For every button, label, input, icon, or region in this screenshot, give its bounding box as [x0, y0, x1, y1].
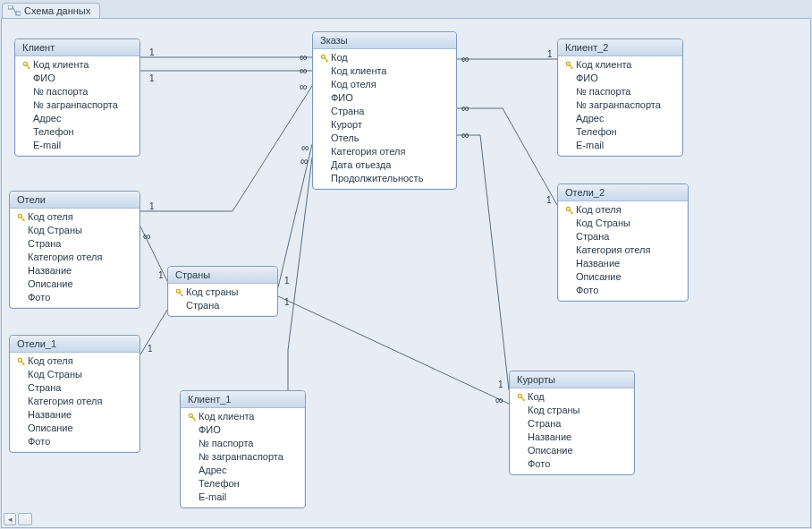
field-row[interactable]: № паспорта	[558, 85, 682, 98]
field-row[interactable]: Категория отеля	[558, 243, 688, 257]
field-label: Адрес	[576, 112, 605, 125]
field-label: Код клиента	[576, 58, 631, 72]
field-row[interactable]: Описание	[10, 277, 140, 291]
field-row[interactable]: Код клиента	[313, 64, 456, 78]
field-row[interactable]: Фото	[10, 291, 140, 304]
primary-key-icon	[21, 61, 33, 70]
table-kurorty[interactable]: Курорты КодКод страныСтранаНазваниеОписа…	[509, 371, 635, 475]
field-row[interactable]: Описание	[10, 422, 140, 435]
scroll-track[interactable]	[18, 513, 32, 525]
table-oteli[interactable]: Отели Код отеляКод СтраныСтранаКатегория…	[9, 191, 140, 309]
tab-schema[interactable]: Схема данных	[2, 3, 100, 18]
table-klient1[interactable]: Клиент_1 Код клиентаФИО№ паспорта№ загра…	[180, 390, 306, 508]
field-label: № паспорта	[199, 437, 253, 450]
field-row[interactable]: Телефон	[558, 125, 682, 139]
svg-rect-0	[8, 5, 13, 9]
table-title[interactable]: Зказы	[313, 32, 456, 49]
field-row[interactable]: Описание	[510, 444, 634, 457]
field-row[interactable]: Код отеля	[10, 210, 140, 224]
table-klient2[interactable]: Клиент_2 Код клиентаФИО№ паспорта№ загра…	[557, 38, 683, 157]
field-row[interactable]: Код	[510, 390, 634, 404]
field-row[interactable]: Курорт	[313, 118, 456, 132]
svg-line-32	[503, 108, 557, 205]
field-row[interactable]: Фото	[558, 284, 688, 297]
field-row[interactable]: Категория отеля	[10, 395, 140, 408]
relationship-canvas[interactable]: 1∞ 1∞ 1∞ ∞1 1 1∞ 1∞ 1∞ ∞1 ∞1 ∞1 Клиент	[1, 18, 811, 528]
field-row[interactable]: Адрес	[558, 112, 682, 125]
table-title[interactable]: Отели	[10, 192, 140, 209]
table-strany[interactable]: Страны Код страныСтрана	[167, 266, 278, 317]
field-label: № загранпаспорта	[199, 450, 283, 464]
svg-line-13	[140, 226, 167, 281]
field-row[interactable]: Продолжительность	[313, 172, 456, 185]
field-label: Категория отеля	[28, 251, 102, 264]
field-row[interactable]: Название	[558, 257, 688, 270]
field-row[interactable]: ФИО	[313, 91, 456, 105]
field-row[interactable]: ФИО	[558, 72, 682, 85]
field-row[interactable]: Страна	[510, 417, 634, 431]
field-row[interactable]: Код Страны	[558, 217, 688, 230]
svg-text:1: 1	[547, 49, 553, 59]
field-row[interactable]: Фото	[10, 435, 140, 448]
field-row[interactable]: № загранпаспорта	[15, 98, 140, 112]
field-row[interactable]: Код клиента	[558, 58, 682, 72]
field-row[interactable]: Отель	[313, 132, 456, 145]
field-row[interactable]: Категория отеля	[313, 145, 456, 158]
field-row[interactable]: Код клиента	[181, 410, 305, 423]
table-klient[interactable]: Клиент Код клиентаФИО№ паспорта№ загранп…	[14, 38, 140, 157]
scroll-left-button[interactable]: ◂	[4, 513, 16, 525]
field-row[interactable]: E-mail	[15, 139, 140, 152]
field-row[interactable]: Страна	[313, 105, 456, 118]
field-row[interactable]: Код	[313, 51, 456, 64]
field-row[interactable]: Адрес	[181, 464, 305, 477]
table-title[interactable]: Клиент	[15, 39, 140, 56]
field-label: E-mail	[33, 139, 61, 152]
field-row[interactable]: Телефон	[181, 477, 305, 491]
table-body: КодКод страныСтранаНазваниеОписаниеФото	[510, 388, 634, 474]
field-row[interactable]: Код отеля	[558, 203, 688, 217]
svg-text:∞: ∞	[461, 53, 469, 65]
field-row[interactable]: № загранпаспорта	[558, 98, 682, 112]
field-row[interactable]: ФИО	[15, 72, 140, 85]
field-row[interactable]: Страна	[168, 299, 277, 312]
table-oteli2[interactable]: Отели_2 Код отеляКод СтраныСтранаКатегор…	[557, 183, 689, 302]
field-row[interactable]: Описание	[558, 270, 688, 284]
field-row[interactable]: Код Страны	[10, 224, 140, 237]
table-zakazy[interactable]: Зказы КодКод клиентаКод отеляФИОСтранаКу…	[312, 31, 457, 190]
table-oteli1[interactable]: Отели_1 Код отеляКод СтраныСтранаКатегор…	[9, 335, 140, 453]
field-row[interactable]: Название	[10, 408, 140, 422]
table-title[interactable]: Отели_2	[558, 184, 688, 201]
field-row[interactable]: Код клиента	[15, 58, 140, 72]
field-row[interactable]: Код отеля	[313, 78, 456, 91]
table-title[interactable]: Клиент_1	[181, 391, 305, 408]
field-row[interactable]: Страна	[10, 237, 140, 251]
field-row[interactable]: E-mail	[181, 491, 305, 504]
table-title[interactable]: Отели_1	[10, 336, 140, 353]
table-title[interactable]: Страны	[168, 267, 277, 284]
field-row[interactable]: Категория отеля	[10, 251, 140, 264]
field-row[interactable]: E-mail	[558, 139, 682, 152]
field-row[interactable]: ФИО	[181, 423, 305, 437]
svg-text:1: 1	[546, 195, 552, 205]
field-row[interactable]: Код Страны	[10, 368, 140, 381]
field-row[interactable]: Название	[510, 431, 634, 444]
field-label: Код Страны	[576, 217, 630, 230]
table-title[interactable]: Курорты	[510, 371, 634, 388]
field-row[interactable]: Дата отьезда	[313, 158, 456, 172]
field-row[interactable]: № паспорта	[181, 437, 305, 450]
horizontal-scrollbar[interactable]: ◂	[4, 513, 32, 525]
svg-text:1: 1	[149, 201, 155, 211]
field-row[interactable]: Телефон	[15, 125, 140, 139]
field-row[interactable]: Страна	[10, 381, 140, 395]
table-title[interactable]: Клиент_2	[558, 39, 682, 56]
field-row[interactable]: Код отеля	[10, 354, 140, 368]
tab-label: Схема данных	[24, 5, 90, 16]
field-row[interactable]: Страна	[558, 230, 688, 243]
field-row[interactable]: Название	[10, 264, 140, 277]
field-row[interactable]: № паспорта	[15, 85, 140, 98]
field-row[interactable]: Код страны	[168, 286, 277, 299]
field-row[interactable]: № загранпаспорта	[181, 450, 305, 464]
field-row[interactable]: Код страны	[510, 404, 634, 417]
field-row[interactable]: Фото	[510, 457, 634, 471]
field-row[interactable]: Адрес	[15, 112, 140, 125]
